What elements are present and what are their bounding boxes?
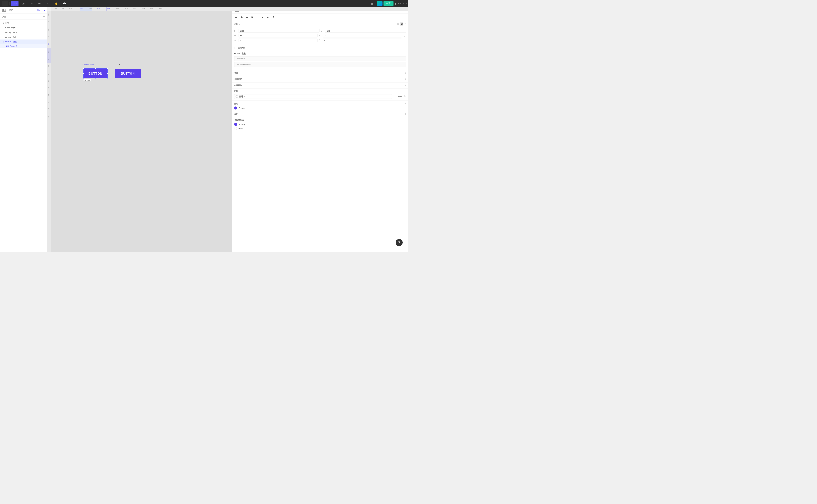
select-dropdown-icon[interactable]: ▾ — [16, 3, 17, 4]
shape-tool[interactable]: □ ▾ — [28, 1, 35, 6]
canvas-area[interactable]: ◇ Button（父级） BUTTON 80 × 32 BUTTON ↖ — [51, 11, 232, 252]
ruler-tick-v-0: 0 — [47, 108, 49, 109]
ruler-tick-v--125: -125 — [47, 72, 49, 75]
align-center-h-button[interactable] — [240, 15, 244, 19]
layer-item-button-parent-1[interactable]: ◇ Button（父级） — [0, 35, 47, 40]
corner-input[interactable] — [323, 39, 402, 42]
presentation-dropdown[interactable]: ▾ — [44, 9, 45, 11]
svg-rect-1 — [235, 17, 237, 18]
ruler-tick-1450: 1450 — [62, 8, 65, 9]
documentation-link-input[interactable] — [234, 62, 406, 67]
sel-color-row-white: White — [234, 127, 406, 130]
clip-checkbox[interactable] — [234, 47, 236, 49]
sel-color-primary-swatch[interactable] — [234, 123, 237, 126]
right-panel: 设计 原型 检查 画框 ▾ — [232, 7, 409, 252]
blend-circle-icon — [236, 95, 238, 98]
layer-frame-icon: ▣▣ — [6, 45, 9, 47]
ruler-tick-v--275: -275 — [47, 28, 49, 31]
frame-dropdown-icon[interactable]: ▾ — [24, 3, 25, 4]
sel-color-white-swatch[interactable] — [234, 127, 237, 130]
share-button[interactable]: 分享 — [383, 1, 393, 6]
w-input[interactable] — [238, 34, 318, 38]
menu-icon: ☰ — [4, 2, 6, 5]
frame-tool[interactable]: ⊞ ▾ — [20, 1, 27, 6]
add-variant-button[interactable]: + — [405, 72, 406, 75]
ruler-v-line2 — [51, 48, 51, 63]
remove-fill-button[interactable]: — — [404, 107, 406, 109]
vertical-ruler: -325 -300 -275 -250 -225 -200 -175 -150 … — [47, 11, 51, 252]
corner-options-button[interactable]: ↺ — [403, 39, 406, 42]
align-left-button[interactable] — [234, 15, 238, 19]
layer-item-frame2[interactable]: ▣▣ Frame 2 — [0, 44, 47, 48]
page-item-cover[interactable]: Cover Page — [0, 25, 47, 30]
comment-tool[interactable]: 💬 — [61, 1, 68, 6]
comment-icon: 💬 — [63, 2, 66, 5]
h-input[interactable] — [323, 34, 402, 38]
theme-toggle[interactable]: ◑ — [369, 1, 376, 6]
distribute-v-button[interactable] — [271, 15, 276, 19]
canvas-button-2[interactable]: BUTTON — [115, 69, 141, 78]
ruler-tick-1643: 1643 — [107, 8, 110, 9]
shape-dropdown-icon[interactable]: ▾ — [32, 3, 33, 4]
size-label: 80 × 32 — [83, 79, 91, 81]
rotation-input[interactable] — [238, 39, 318, 42]
ruler-tick-1800: 1800 — [150, 8, 153, 9]
auto-layout-title: 自动布局 — [234, 78, 242, 80]
align-right-button[interactable] — [245, 15, 249, 19]
add-stroke-button[interactable]: + — [405, 113, 406, 116]
x-input[interactable] — [238, 29, 320, 33]
component-label-icon: ◇ — [82, 64, 83, 66]
y-input[interactable] — [325, 29, 406, 33]
visibility-toggle[interactable]: 👁 — [404, 95, 406, 98]
add-grid-button[interactable]: + — [405, 84, 406, 87]
fill-color-swatch[interactable] — [234, 107, 237, 110]
description-input[interactable] — [234, 56, 406, 61]
fill-name: Primary — [239, 107, 403, 109]
help-button[interactable]: ? — [396, 239, 403, 246]
add-fill-button[interactable]: + — [405, 102, 406, 105]
ruler-tick-v--225: -225 — [47, 42, 49, 45]
play-button[interactable]: ▶ — [395, 2, 397, 5]
frame-expand-icon[interactable]: ⤢ — [404, 23, 406, 25]
svg-rect-6 — [247, 17, 248, 17]
page-item-getting-started[interactable]: Getting Started — [0, 30, 47, 35]
page-item-presentation[interactable]: ▾ 演示 — [0, 20, 47, 25]
svg-rect-5 — [241, 16, 242, 18]
pen-tool[interactable]: ✏ ▾ — [36, 1, 43, 6]
ruler-x2-line — [107, 7, 107, 11]
align-middle-button[interactable] — [256, 15, 260, 19]
ruler-tick-v--325: -325 — [47, 13, 49, 16]
layers-list: ◇ Button（父级） ◇ Button（父级） ▣▣ Frame 2 — [0, 35, 47, 252]
select-tool[interactable]: ↖ ▾ — [11, 1, 19, 6]
frame-dropdown-icon[interactable]: ▾ — [239, 23, 240, 25]
clip-label: 裁剪内容 — [238, 47, 245, 49]
lock-ratio-button[interactable]: ↺ — [403, 34, 406, 37]
distribute-h-button[interactable] — [266, 15, 270, 19]
align-top-button[interactable] — [250, 15, 254, 19]
align-bottom-button[interactable] — [261, 15, 265, 19]
tab-assets[interactable]: 资产 — [9, 9, 13, 12]
add-page-button[interactable]: + — [43, 15, 45, 18]
frame-icon-2[interactable]: ▣ — [400, 22, 403, 26]
frame-icon-1[interactable]: □ — [397, 23, 399, 25]
blend-dropdown-icon[interactable]: ▾ — [244, 96, 245, 98]
opacity-value[interactable]: 100% — [393, 95, 402, 98]
layer-item-button-parent-2[interactable]: ◇ Button（父级） — [0, 40, 47, 44]
app-logo[interactable]: ☰ — [2, 1, 8, 6]
tab-layers[interactable]: 图层 — [2, 9, 6, 12]
presentation-label[interactable]: 演示 — [37, 9, 41, 11]
select-icon: ↖ — [14, 2, 15, 5]
text-tool[interactable]: T — [45, 1, 52, 6]
blend-mode-label: 穿透 — [239, 95, 243, 98]
canvas-button-1[interactable]: BUTTON — [84, 69, 107, 78]
help-toolbar-button[interactable]: A? — [398, 2, 401, 5]
fill-title: 图层 — [234, 102, 238, 105]
pen-dropdown-icon[interactable]: ▾ — [40, 3, 41, 4]
layer-component-icon-1: ◇ — [3, 37, 4, 39]
add-auto-layout-button[interactable]: + — [405, 78, 406, 81]
blend-mode-selector[interactable]: 穿透 ▾ — [234, 94, 392, 99]
opacity-row: 穿透 ▾ 100% 👁 — [234, 94, 406, 99]
selected-colors-title: 选择的颜色 — [234, 119, 406, 121]
hand-tool[interactable]: ✋ — [53, 1, 60, 6]
ruler-tick-1700: 1700 — [116, 8, 119, 9]
